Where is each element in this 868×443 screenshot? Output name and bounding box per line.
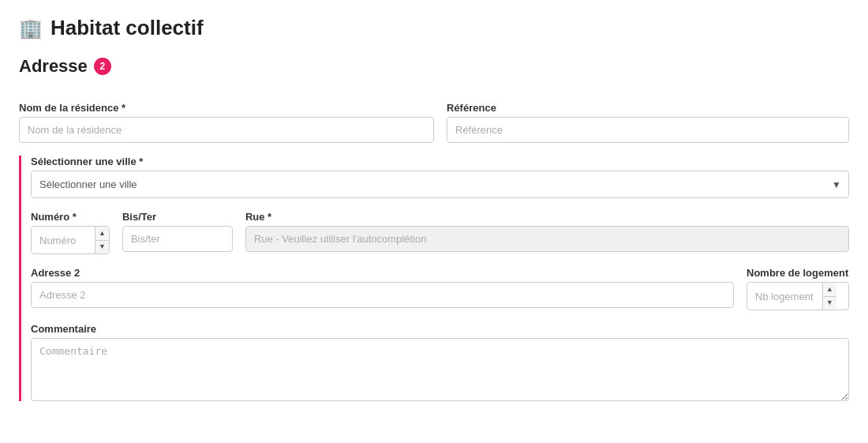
reference-group: Référence <box>447 102 849 143</box>
numero-down-button[interactable]: ▼ <box>95 241 109 254</box>
nb-logement-wrapper: ▲ ▼ <box>746 282 849 310</box>
numero-wrapper: ▲ ▼ <box>31 226 110 254</box>
rue-label: Rue * <box>245 211 849 223</box>
page-title: Habitat collectif <box>51 16 204 40</box>
nb-logement-input[interactable] <box>747 284 822 309</box>
ville-select[interactable]: Sélectionner une ville <box>31 171 849 198</box>
numero-input[interactable] <box>32 228 95 253</box>
commentaire-label: Commentaire <box>31 323 849 335</box>
nom-residence-group: Nom de la résidence * <box>19 102 434 143</box>
adresse2-label: Adresse 2 <box>31 267 734 279</box>
address-row: Numéro * ▲ ▼ Bis/Ter Rue * <box>31 211 849 254</box>
rue-input[interactable] <box>245 226 849 252</box>
section-header: Adresse 2 <box>19 56 111 77</box>
top-fields-row: Nom de la résidence * Référence <box>19 102 849 143</box>
numero-label: Numéro * <box>31 211 110 223</box>
bis-ter-input[interactable] <box>122 226 233 252</box>
commentaire-input[interactable] <box>31 338 849 401</box>
section-title: Adresse <box>19 56 88 77</box>
nb-logement-spinners: ▲ ▼ <box>822 283 836 310</box>
page-header: 🏢 Habitat collectif <box>19 16 849 40</box>
adresse2-group: Adresse 2 <box>31 267 734 308</box>
nb-logement-group: Nombre de logement ▲ ▼ <box>746 267 849 310</box>
reference-label: Référence <box>447 102 849 114</box>
nom-residence-input[interactable] <box>19 117 434 143</box>
nom-residence-label: Nom de la résidence * <box>19 102 434 114</box>
bis-ter-group: Bis/Ter <box>122 211 233 252</box>
ville-group: Sélectionner une ville * Sélectionner un… <box>31 156 849 198</box>
adresse2-row: Adresse 2 Nombre de logement ▲ ▼ <box>31 267 849 310</box>
nb-logement-down-button[interactable]: ▼ <box>823 297 836 310</box>
rue-group: Rue * <box>245 211 849 252</box>
nb-logement-up-button[interactable]: ▲ <box>823 283 836 297</box>
section-header-row: Adresse 2 1 <box>19 56 849 89</box>
reference-input[interactable] <box>447 117 849 143</box>
ville-label: Sélectionner une ville * <box>31 156 849 167</box>
numero-spinners: ▲ ▼ <box>95 227 109 253</box>
numero-group: Numéro * ▲ ▼ <box>31 211 110 254</box>
ville-select-wrapper[interactable]: Sélectionner une ville ▼ <box>31 171 849 198</box>
form-container: Sélectionner une ville * Sélectionner un… <box>19 156 849 401</box>
bis-ter-label: Bis/Ter <box>122 211 233 223</box>
commentaire-group: Commentaire <box>31 323 849 401</box>
nb-logement-label: Nombre de logement <box>746 267 849 279</box>
building-icon: 🏢 <box>19 17 43 39</box>
adresse2-input[interactable] <box>31 282 734 308</box>
numero-up-button[interactable]: ▲ <box>95 227 109 241</box>
section-badge: 2 <box>94 58 111 75</box>
